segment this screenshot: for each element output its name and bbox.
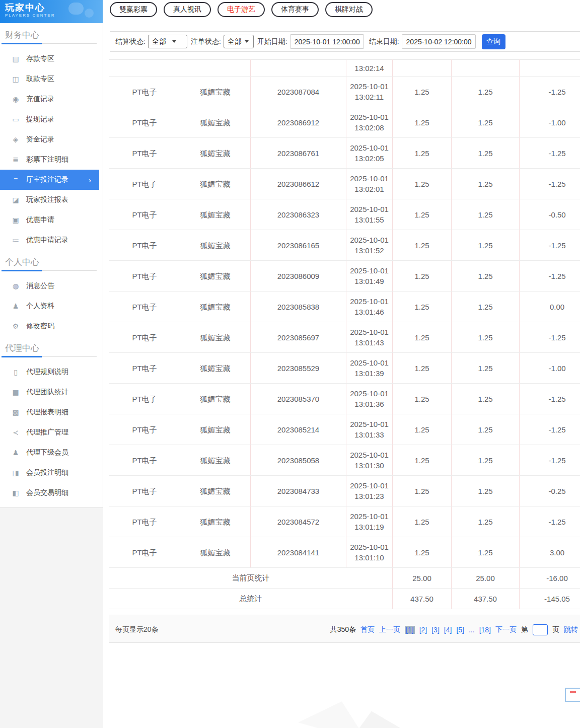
page-link-4[interactable]: [4]: [444, 626, 452, 634]
end-date-input[interactable]: 2025-10-02 12:00:00: [402, 34, 476, 49]
sidebar-item-promo-application-records[interactable]: ≔优惠申请记录: [0, 230, 99, 250]
withdraw-hand-icon: ◫: [11, 75, 20, 83]
jump-action-link[interactable]: 跳转: [564, 625, 578, 634]
page-link-3[interactable]: [3]: [431, 626, 440, 634]
bet-date: 2025-10-01: [346, 142, 392, 153]
sidebar-item-label: 代理推广管理: [26, 428, 68, 437]
funds-pouch-icon: ◈: [11, 135, 20, 143]
total-summary-row: 总统计437.50437.50-145.05: [109, 589, 580, 609]
page-link-1[interactable]: [1]: [405, 626, 415, 634]
sidebar-panel: 玩家中心 PLAYERS CENTER 财务中心▤存款专区◫取款专区◉充值记录▭…: [0, 0, 103, 508]
order-number-cell: 2023086165: [251, 230, 346, 261]
member-bet-list-icon: ◨: [11, 469, 20, 477]
page-link-2[interactable]: [2]: [419, 626, 427, 634]
game-cell: 狐媚宝藏: [180, 322, 251, 353]
sidebar-item-agent-sub-members[interactable]: ♟代理下级会员: [0, 443, 99, 463]
sidebar-item-label: 会员交易明细: [26, 488, 68, 497]
page-jump-input[interactable]: [533, 624, 548, 635]
valid-amount-cell: 1.25: [452, 322, 520, 353]
bet-amount-cell: 1.25: [393, 199, 452, 230]
result-cell: -1.00: [520, 353, 580, 384]
pagination-bar: 每页显示20条 共350条 首页 上一页 [1][2][3][4][5] ...…: [109, 615, 580, 643]
platform-cell: PT电子: [109, 230, 180, 261]
sidebar-item-agent-team-stats[interactable]: ▦代理团队统计: [0, 382, 99, 402]
sidebar-item-promo-application[interactable]: ▣优惠申请: [0, 210, 99, 230]
bet-date: 2025-10-01: [346, 450, 392, 460]
settle-status-label: 结算状态:: [115, 37, 146, 46]
valid-amount-cell: 1.25: [452, 414, 520, 445]
game-cell: 狐媚宝藏: [180, 261, 251, 292]
last-page-link[interactable]: [18]: [479, 626, 491, 634]
result-cell: -1.00: [520, 107, 580, 138]
game-cell: 狐媚宝藏: [180, 138, 251, 169]
empty-cell: [251, 60, 346, 77]
settle-status-select[interactable]: 全部: [148, 35, 187, 48]
tab-live-casino[interactable]: 真人视讯: [164, 2, 211, 17]
table-row: PT电子狐媚宝藏20230866122025-10-0113:02:011.25…: [109, 169, 580, 199]
sidebar-item-agent-rules[interactable]: ▯代理规则说明: [0, 362, 99, 382]
sidebar-item-withdrawal-records[interactable]: ▭提现记录: [0, 109, 99, 129]
sidebar-item-member-transaction-details[interactable]: ◧会员交易明细: [0, 483, 99, 503]
sidebar-item-personal-profile[interactable]: ♟个人资料: [0, 296, 99, 316]
tab-board-games[interactable]: 棋牌对战: [325, 2, 373, 17]
datetime-cell: 2025-10-0113:01:10: [346, 537, 393, 568]
table-row: PT电子狐媚宝藏20230870842025-10-0113:02:111.25…: [109, 77, 580, 107]
floating-widget[interactable]: [565, 688, 580, 702]
sidebar-item-label: 代理下级会员: [26, 448, 68, 457]
datetime-cell: 2025-10-0113:01:33: [346, 414, 393, 445]
bet-amount-cell: 1.25: [393, 506, 452, 537]
bet-amount-cell: 1.25: [393, 261, 452, 292]
chevron-right-icon: ›: [89, 176, 91, 184]
result-cell: -1.25: [520, 230, 580, 261]
first-page-link[interactable]: 首页: [360, 625, 375, 634]
bet-time: 13:01:19: [346, 522, 392, 532]
sidebar-item-deposit-zone[interactable]: ▤存款专区: [0, 49, 99, 69]
game-cell: 狐媚宝藏: [180, 384, 251, 414]
datetime-cell: 2025-10-0113:01:30: [346, 445, 393, 476]
empty-cell: [520, 60, 580, 77]
table-row: PT电子狐媚宝藏20230863232025-10-0113:01:551.25…: [109, 199, 580, 230]
valid-amount-cell: 1.25: [452, 107, 520, 138]
sidebar-item-message-announcements[interactable]: ◍消息公告: [0, 276, 99, 296]
sidebar-item-change-password[interactable]: ⚙修改密码: [0, 316, 99, 336]
platform-cell: PT电子: [109, 476, 180, 506]
bet-time: 13:01:10: [346, 552, 392, 563]
game-cell: 狐媚宝藏: [180, 230, 251, 261]
sidebar-item-member-bet-details[interactable]: ◨会员投注明细: [0, 463, 99, 483]
tab-e-games[interactable]: 电子游艺: [218, 2, 265, 17]
bet-amount-cell: 1.25: [393, 353, 452, 384]
platform-cell: PT电子: [109, 506, 180, 537]
order-status-select[interactable]: 全部: [224, 35, 254, 48]
result-cell: -1.25: [520, 506, 580, 537]
game-cell: 狐媚宝藏: [180, 353, 251, 384]
page-links: [1][2][3][4][5]: [405, 626, 464, 634]
sidebar-item-player-bet-report[interactable]: ◪玩家投注报表: [0, 190, 99, 210]
order-number-cell: 2023085697: [251, 322, 346, 353]
order-status-label: 注单状态:: [191, 37, 221, 46]
sidebar-item-agent-promotion[interactable]: ≺代理推广管理: [0, 422, 99, 443]
game-cell: 狐媚宝藏: [180, 445, 251, 476]
game-cell: 狐媚宝藏: [180, 107, 251, 138]
result-cell: 0.00: [520, 292, 580, 322]
tab-sports[interactable]: 体育赛事: [271, 2, 319, 17]
platform-cell: PT电子: [109, 261, 180, 292]
datetime-cell: 2025-10-0113:01:49: [346, 261, 393, 292]
table-row: PT电子狐媚宝藏20230850582025-10-0113:01:301.25…: [109, 445, 580, 476]
tab-lottery[interactable]: 雙赢彩票: [110, 2, 157, 17]
platform-cell: PT电子: [109, 353, 180, 384]
bet-time: 13:01:43: [346, 337, 392, 348]
sidebar-item-agent-report-details[interactable]: ▩代理报表明细: [0, 402, 99, 422]
users-icon: ♟: [11, 449, 20, 457]
sidebar-item-funds-records[interactable]: ◈资金记录: [0, 129, 99, 150]
search-button[interactable]: 查询: [482, 34, 505, 49]
sidebar-item-hall-bet-records[interactable]: ≡厅室投注记录›: [0, 170, 99, 190]
sidebar-item-recharge-records[interactable]: ◉充值记录: [0, 89, 99, 109]
platform-cell: PT电子: [109, 292, 180, 322]
page-link-5[interactable]: [5]: [456, 626, 464, 634]
start-date-input[interactable]: 2025-10-01 12:00:00: [290, 34, 364, 49]
next-page-link[interactable]: 下一页: [495, 625, 517, 634]
sidebar-item-lottery-bet-details[interactable]: ≣彩票下注明细: [0, 150, 99, 170]
sidebar-item-withdraw-zone[interactable]: ◫取款专区: [0, 69, 99, 89]
gift-icon: ▣: [11, 216, 20, 224]
prev-page-link[interactable]: 上一页: [379, 625, 400, 634]
